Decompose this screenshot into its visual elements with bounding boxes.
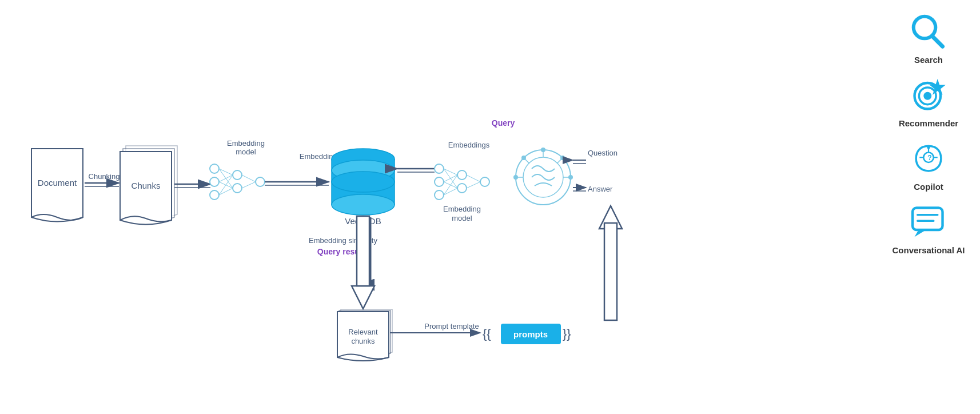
svg-text:Chunks: Chunks	[132, 181, 161, 190]
diagram-container: Document Chunking	[0, 0, 980, 414]
up-arrow-prompts	[599, 206, 622, 320]
prompt-template-label: Prompt template	[424, 322, 479, 331]
svg-text:Document: Document	[38, 178, 77, 188]
svg-line-25	[242, 182, 256, 188]
chunks-node: Chunks	[120, 146, 177, 225]
svg-point-39	[435, 177, 444, 186]
prompts-node: {{ prompts }}	[483, 324, 571, 344]
document-node: Document	[31, 149, 83, 222]
chunking-label: Chunking	[89, 172, 120, 181]
svg-point-40	[435, 190, 444, 200]
recommender-label: Recommender	[899, 118, 958, 128]
neural-net-right	[435, 164, 489, 200]
sidebar: Search Recommender	[889, 11, 969, 255]
svg-point-12	[210, 164, 219, 173]
svg-point-43	[480, 177, 489, 186]
svg-point-63	[560, 156, 565, 160]
svg-point-14	[210, 190, 219, 200]
svg-text:Relevant: Relevant	[348, 328, 378, 336]
vectordb-node: VectorDB	[332, 149, 395, 226]
svg-text:model: model	[236, 148, 256, 156]
conversational-ai-label: Conversational AI	[893, 245, 965, 255]
svg-rect-96	[913, 208, 943, 230]
answer-label: Answer	[588, 185, 613, 193]
neural-net-left	[210, 164, 265, 200]
svg-point-13	[210, 177, 219, 186]
conversational-ai-icon	[909, 202, 949, 242]
svg-point-94	[927, 146, 930, 149]
search-icon	[909, 11, 949, 51]
svg-point-41	[457, 170, 467, 180]
query-label: Query	[492, 118, 515, 128]
svg-point-61	[568, 175, 573, 180]
svg-text:chunks: chunks	[351, 337, 375, 345]
embeddings-right-label: Embeddings	[448, 141, 490, 149]
svg-point-31	[332, 172, 395, 192]
sidebar-item-conversational-ai[interactable]: Conversational AI	[893, 202, 965, 255]
svg-point-15	[233, 170, 242, 180]
recommender-icon	[909, 75, 949, 115]
svg-text:prompts: prompts	[513, 329, 548, 339]
svg-point-62	[513, 175, 518, 180]
question-label: Question	[588, 149, 618, 157]
svg-text:?: ?	[927, 154, 931, 162]
svg-text:model: model	[452, 214, 472, 222]
svg-marker-73	[352, 286, 375, 309]
svg-point-16	[233, 184, 242, 193]
relevant-chunks-node: Relevant chunks	[337, 309, 392, 361]
svg-line-24	[242, 175, 256, 182]
main-diagram: Document Chunking	[0, 0, 898, 414]
sidebar-item-recommender[interactable]: Recommender	[899, 75, 958, 128]
svg-line-50	[467, 175, 480, 182]
svg-text:{{: {{	[483, 327, 491, 341]
svg-point-60	[541, 148, 545, 152]
svg-point-88	[923, 92, 931, 100]
search-label: Search	[914, 55, 943, 65]
svg-line-51	[467, 182, 480, 188]
svg-text:}}: }}	[563, 327, 571, 341]
svg-rect-83	[604, 223, 617, 320]
copilot-label: Copilot	[914, 182, 943, 192]
svg-point-38	[435, 164, 444, 173]
embedding-model-left-label: Embedding	[227, 139, 265, 148]
embedding-model-right-label: Embedding	[443, 205, 481, 213]
svg-point-32	[332, 194, 395, 215]
brain-icon	[513, 148, 573, 205]
svg-point-17	[256, 177, 265, 186]
svg-rect-74	[357, 216, 369, 286]
sidebar-item-search[interactable]: Search	[909, 11, 949, 65]
svg-point-42	[457, 184, 467, 193]
sidebar-item-copilot[interactable]: ? Copilot	[909, 138, 949, 192]
svg-line-85	[933, 37, 943, 47]
copilot-icon: ?	[909, 138, 949, 178]
svg-marker-89	[930, 79, 946, 95]
svg-point-64	[521, 156, 526, 160]
